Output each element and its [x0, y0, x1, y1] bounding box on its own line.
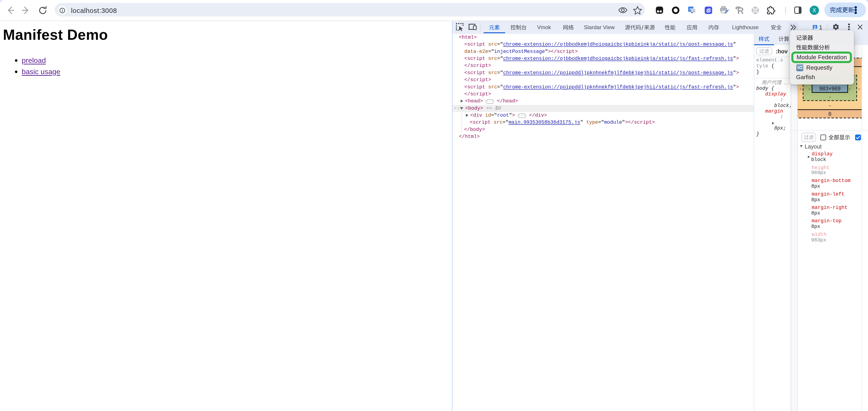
svg-text:-: -: [858, 86, 860, 92]
svg-text:983×969: 983×969: [819, 86, 840, 92]
svg-text:-: -: [829, 94, 831, 100]
svg-text:-: -: [800, 86, 802, 92]
svg-text:-: -: [849, 86, 851, 92]
svg-text:-: -: [808, 86, 810, 92]
svg-text:8: 8: [829, 111, 831, 117]
svg-text:-: -: [829, 102, 831, 108]
